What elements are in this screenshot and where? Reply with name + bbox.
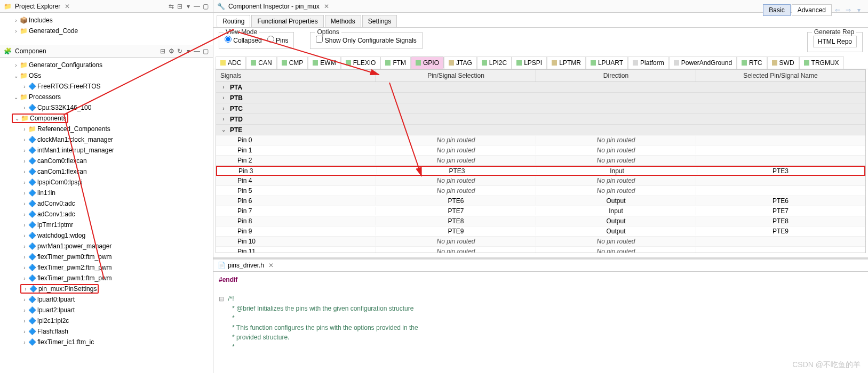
tree-item-highlighted[interactable]: ›🔷pin_mux:PinSettings — [1, 283, 212, 294]
tree-item[interactable]: ›🔷lin1:lin — [1, 188, 212, 198]
cell-selection[interactable]: PTE8 — [376, 217, 536, 225]
checkbox-show-only[interactable]: Show Only Configurable Signals — [316, 37, 416, 44]
chevron-icon[interactable]: › — [21, 265, 28, 271]
tree-item[interactable]: ›🔷lpspiCom0:lpspi — [1, 177, 212, 188]
collapse-icon[interactable]: ⊟ — [176, 2, 184, 11]
close-icon[interactable]: ✕ — [268, 262, 274, 269]
col-selection[interactable]: Pin/Signal Selection — [376, 70, 536, 82]
tree-item[interactable]: ›🔷adConv1:adc — [1, 209, 212, 220]
tree-item[interactable]: ⌄📁OSs — [1, 70, 212, 81]
chevron-icon[interactable]: › — [21, 190, 28, 196]
chevron-icon[interactable]: › — [21, 137, 28, 143]
minimize-icon[interactable]: — — [193, 2, 201, 11]
dropdown-icon[interactable]: ▾ — [854, 6, 864, 14]
tree-item[interactable]: ›🔷flexTimer_pwm0:ftm_pwm — [1, 252, 212, 262]
cell-direction[interactable]: Input — [536, 207, 696, 215]
chevron-icon[interactable]: › — [220, 84, 227, 90]
grid-row[interactable]: Pin 7PTE7InputPTE7 — [216, 206, 865, 216]
cell-selection[interactable]: PTE6 — [376, 197, 536, 205]
tree-item[interactable]: ›🔷adConv0:adc — [1, 198, 212, 209]
radio-collapsed[interactable]: Collapsed — [225, 37, 262, 44]
chevron-icon[interactable]: › — [21, 233, 28, 239]
chevron-icon[interactable]: › — [21, 126, 28, 132]
cell-name[interactable]: PTE9 — [696, 227, 865, 236]
cell-name[interactable]: PTE3 — [697, 167, 864, 175]
tree-item-highlighted[interactable]: ⌄📁Components — [1, 113, 212, 124]
category-tab-lpspi[interactable]: LPSPI — [512, 56, 547, 69]
collapse-icon[interactable]: ⊟ — [158, 47, 167, 55]
grid-row[interactable]: Pin 9PTE9OutputPTE9 — [216, 226, 865, 237]
menu-icon[interactable]: ▾ — [184, 2, 193, 11]
cell-direction[interactable]: No pin routed — [536, 146, 696, 155]
tab-routing[interactable]: Routing — [217, 15, 250, 27]
cell-direction[interactable]: Output — [536, 217, 696, 225]
tree-item-generated[interactable]: › 📁 Generated_Code — [1, 26, 212, 36]
close-icon[interactable]: ✕ — [324, 3, 329, 10]
cell-direction[interactable]: Output — [536, 197, 696, 205]
grid-row[interactable]: Pin 8PTE8OutputPTE8 — [216, 216, 865, 226]
cell-selection[interactable]: No pin routed — [376, 247, 536, 253]
grid-row[interactable]: Pin 1No pin routedNo pin routed — [216, 145, 865, 156]
refresh-icon[interactable]: ↻ — [176, 47, 184, 55]
cell-selection[interactable]: PTE7 — [376, 207, 536, 215]
chevron-icon[interactable]: ⌄ — [13, 73, 19, 79]
cell-direction[interactable]: No pin routed — [536, 176, 696, 185]
cell-selection[interactable]: No pin routed — [376, 176, 536, 185]
tree-item[interactable]: ›🔷flexTimer_pwm1:ftm_pwm — [1, 273, 212, 283]
cell-name[interactable] — [696, 150, 865, 151]
grid-row[interactable]: Pin 5No pin routedNo pin routed — [216, 186, 865, 196]
cell-name[interactable] — [696, 180, 865, 181]
cell-direction[interactable]: Output — [536, 227, 696, 236]
cell-name[interactable]: PTE7 — [696, 207, 865, 215]
category-tab-swd[interactable]: SWD — [767, 56, 799, 69]
grid-row[interactable]: Pin 6PTE6OutputPTE6 — [216, 196, 865, 206]
cell-name[interactable] — [696, 190, 865, 191]
category-tab-lptmr[interactable]: LPTMR — [547, 56, 586, 69]
chevron-icon[interactable]: › — [21, 180, 28, 185]
category-tab-can[interactable]: CAN — [246, 56, 276, 69]
category-tab-trgmux[interactable]: TRGMUX — [799, 56, 844, 69]
cell-selection[interactable]: No pin routed — [376, 156, 536, 165]
chevron-icon[interactable]: › — [13, 18, 19, 23]
close-icon[interactable]: ✕ — [65, 3, 70, 10]
tree-item[interactable]: ›🔷lpi2c1:lpi2c — [1, 315, 212, 326]
tree-item-includes[interactable]: › 📦 Includes — [1, 15, 212, 26]
category-tab-lpi2c[interactable]: LPI2C — [477, 56, 512, 69]
chevron-icon[interactable]: › — [220, 106, 227, 111]
grid-row[interactable]: Pin 4No pin routedNo pin routed — [216, 176, 865, 186]
chevron-icon[interactable]: › — [21, 169, 28, 175]
tree-item[interactable]: ›🔷watchdog1:wdog — [1, 230, 212, 241]
link-icon[interactable]: ⇆ — [167, 2, 176, 11]
col-signals[interactable]: Signals — [216, 70, 376, 82]
chevron-icon[interactable]: › — [220, 116, 227, 122]
group-row-ptc[interactable]: ›PTC — [216, 103, 865, 114]
tree-item[interactable]: ›🔷pwrMan1:power_manager — [1, 241, 212, 252]
maximize-icon[interactable]: ▢ — [201, 2, 210, 11]
back-icon[interactable]: ⇐ — [833, 6, 842, 14]
group-row-ptb[interactable]: ›PTB — [216, 93, 865, 103]
grid-row[interactable]: Pin 0No pin routedNo pin routed — [216, 135, 865, 145]
cell-name[interactable] — [696, 160, 865, 161]
col-direction[interactable]: Direction — [536, 70, 696, 82]
tree-item[interactable]: ›🔷canCom1:flexcan — [1, 166, 212, 177]
chevron-icon[interactable]: › — [21, 212, 28, 217]
chevron-icon[interactable]: › — [21, 329, 28, 335]
cell-name[interactable]: PTE8 — [696, 217, 865, 225]
grid-row[interactable]: Pin 3PTE3InputPTE3 — [216, 166, 865, 176]
mode-basic[interactable]: Basic — [763, 4, 790, 16]
cell-selection[interactable]: No pin routed — [376, 237, 536, 246]
chevron-icon[interactable]: ⌄ — [14, 116, 20, 121]
cell-selection[interactable]: No pin routed — [376, 136, 536, 144]
tree-item[interactable]: ›🔷flexTimer_ic1:ftm_ic — [1, 337, 212, 347]
gear-icon[interactable]: ⚙ — [167, 47, 176, 55]
tab-functional[interactable]: Functional Properties — [251, 15, 323, 27]
tree-item[interactable]: ›🔷Cpu:S32K146_100 — [1, 102, 212, 113]
chevron-icon[interactable]: › — [21, 105, 28, 111]
chevron-icon[interactable]: › — [21, 201, 28, 207]
chevron-icon[interactable]: › — [220, 95, 227, 101]
cell-selection[interactable]: No pin routed — [376, 186, 536, 195]
tree-item[interactable]: ›📁Generator_Configurations — [1, 60, 212, 70]
tree-item[interactable]: ›🔷FreeRTOS:FreeRTOS — [1, 81, 212, 92]
tab-settings[interactable]: Settings — [362, 15, 397, 27]
cell-selection[interactable]: PTE3 — [377, 167, 537, 175]
